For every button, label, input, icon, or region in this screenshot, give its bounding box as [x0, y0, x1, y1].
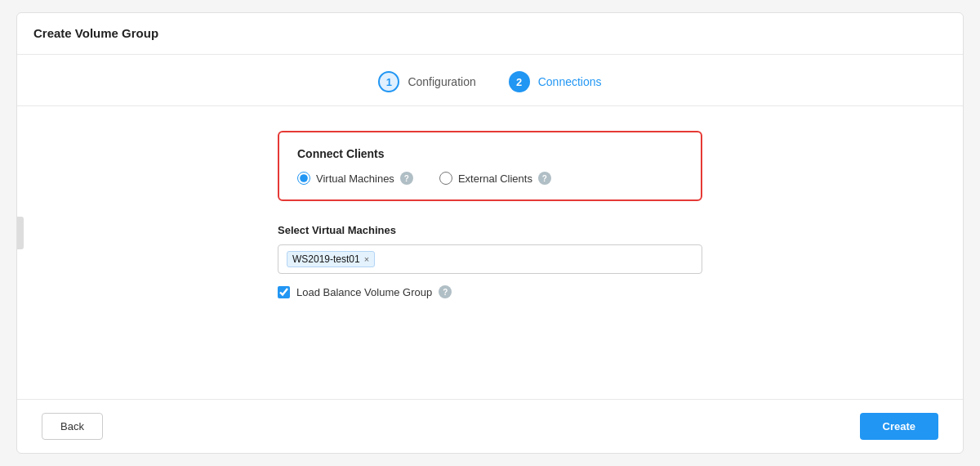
vm-help-icon[interactable]: ?: [400, 172, 413, 185]
create-button[interactable]: Create: [860, 413, 938, 440]
step-1: 1 Configuration: [378, 71, 475, 92]
step-2: 2 Connections: [509, 71, 602, 92]
vm-tag-close[interactable]: ×: [364, 254, 369, 264]
external-help-icon[interactable]: ?: [538, 172, 551, 185]
vm-tag-ws2019: WS2019-test01 ×: [287, 251, 375, 267]
radio-vm-label: Virtual Machines: [316, 173, 394, 185]
radio-external-input[interactable]: [439, 172, 452, 185]
step-2-circle: 2: [509, 71, 530, 92]
select-vms-label: Select Virtual Machines: [278, 224, 702, 236]
modal-title: Create Volume Group: [33, 26, 158, 40]
radio-group: Virtual Machines ? External Clients ?: [297, 172, 676, 185]
load-balance-label: Load Balance Volume Group: [296, 286, 432, 298]
modal-header: Create Volume Group: [17, 13, 963, 55]
back-button[interactable]: Back: [42, 413, 103, 440]
load-balance-help-icon[interactable]: ?: [439, 285, 452, 298]
modal-body: Connect Clients Virtual Machines ? Exter…: [17, 106, 963, 399]
modal-container: Create Volume Group 1 Configuration 2 Co…: [16, 12, 964, 454]
tag-input-field[interactable]: WS2019-test01 ×: [278, 244, 702, 274]
radio-vm-input[interactable]: [297, 172, 310, 185]
connect-clients-title: Connect Clients: [297, 147, 676, 160]
radio-external-clients[interactable]: External Clients ?: [439, 172, 551, 185]
step-1-circle: 1: [378, 71, 399, 92]
load-balance-row: Load Balance Volume Group ?: [278, 285, 702, 298]
stepper: 1 Configuration 2 Connections: [17, 55, 963, 106]
drag-handle[interactable]: [17, 217, 24, 249]
radio-virtual-machines[interactable]: Virtual Machines ?: [297, 172, 413, 185]
radio-external-label: External Clients: [458, 173, 532, 185]
step-2-label: Connections: [538, 75, 602, 88]
load-balance-checkbox[interactable]: [278, 286, 290, 298]
select-vms-section: Select Virtual Machines WS2019-test01 × …: [278, 224, 702, 298]
footer: Back Create: [17, 399, 963, 453]
vm-tag-text: WS2019-test01: [292, 253, 360, 265]
step-1-label: Configuration: [408, 75, 475, 88]
connect-clients-box: Connect Clients Virtual Machines ? Exter…: [278, 131, 702, 201]
